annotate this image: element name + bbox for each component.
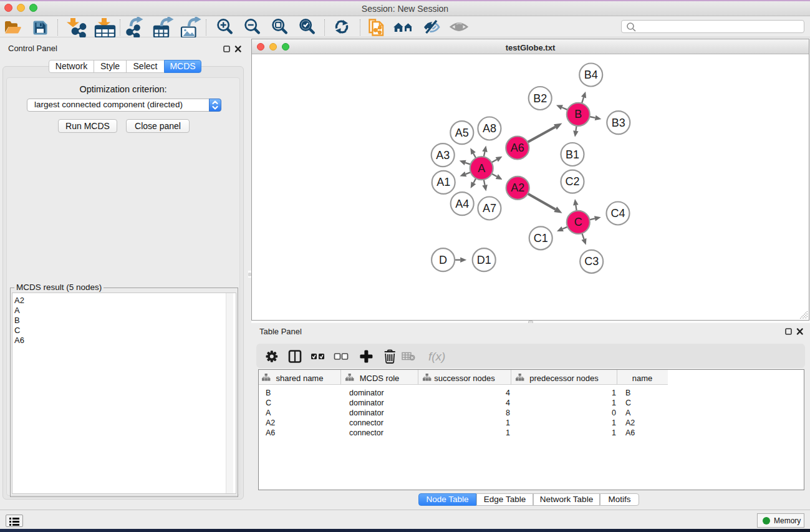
svg-text:B4: B4	[584, 69, 598, 81]
svg-text:A7: A7	[483, 202, 496, 215]
svg-text:A: A	[478, 162, 485, 175]
svg-text:C1: C1	[534, 232, 548, 244]
svg-text:C3: C3	[584, 255, 599, 268]
svg-text:A4: A4	[455, 198, 469, 210]
svg-text:B2: B2	[533, 92, 547, 105]
svg-text:A3: A3	[436, 149, 450, 162]
svg-text:A5: A5	[455, 127, 469, 139]
svg-text:A6: A6	[511, 142, 524, 154]
svg-text:D: D	[439, 254, 447, 266]
svg-text:C: C	[574, 216, 582, 228]
svg-text:A2: A2	[511, 181, 524, 194]
svg-text:B3: B3	[612, 117, 625, 129]
svg-text:B1: B1	[566, 148, 579, 161]
svg-text:B: B	[574, 108, 582, 120]
svg-text:f(x): f(x)	[428, 350, 445, 363]
svg-text:A1: A1	[436, 176, 450, 188]
svg-text:C2: C2	[565, 175, 579, 188]
svg-text:D1: D1	[477, 254, 491, 266]
svg-text:C4: C4	[610, 207, 625, 220]
svg-text:A8: A8	[483, 122, 496, 135]
